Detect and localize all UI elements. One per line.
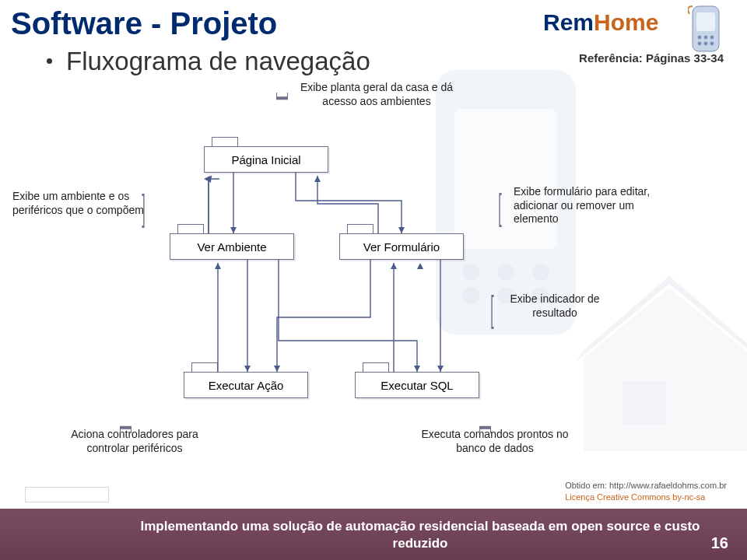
footer-bar: Implementando uma solução de automação r… [0, 509, 747, 560]
brace-icon: [ [498, 186, 501, 228]
node-formulario: Ver Formulário [339, 233, 464, 260]
brace-icon: [ [479, 424, 493, 434]
svg-point-16 [710, 42, 714, 46]
node-ambiente: Ver Ambiente [170, 233, 294, 260]
slide-bullet: Fluxograma de navegação [47, 47, 370, 76]
bullet-dot-icon [47, 58, 52, 64]
svg-point-15 [704, 42, 708, 46]
reference-text: Referência: Páginas 33-34 [579, 51, 724, 65]
slide-title: Software - Projeto [11, 6, 277, 41]
brace-icon: [ [490, 288, 493, 330]
svg-point-3 [497, 264, 514, 281]
svg-rect-1 [454, 109, 557, 249]
annotation-top: Exibe planta geral da casa e dá acesso a… [299, 81, 454, 108]
annotation-left: Exibe um ambiente e os periféricos que o… [12, 190, 145, 217]
annotation-result: Exibe indicador de resultado [504, 292, 605, 320]
svg-point-13 [710, 36, 714, 40]
footer-text: Implementando uma solução de automação r… [0, 509, 747, 552]
svg-point-12 [704, 36, 708, 40]
page-number: 16 [711, 534, 728, 552]
brace-icon: ] [142, 187, 145, 229]
node-sql: Executar SQL [355, 372, 479, 398]
node-tab [212, 137, 238, 146]
node-inicial: Página Inicial [204, 146, 328, 173]
phone-icon [688, 5, 724, 53]
logo-rem: Rem [543, 9, 594, 35]
svg-point-4 [532, 264, 549, 281]
svg-point-14 [698, 42, 702, 46]
logo-home: Home [594, 9, 658, 35]
bullet-text: Fluxograma de navegação [66, 47, 370, 75]
node-tab [347, 224, 374, 233]
credits-license: Licença Creative Commons by-nc-sa [565, 492, 727, 502]
decorative-box [25, 487, 109, 502]
annotation-right: Exibe formulário para editar, adicionar … [514, 185, 669, 226]
credits-obtido: Obtido em: http://www.rafaeldohms.com.br [565, 480, 727, 491]
remhome-logo: RemHome [506, 5, 724, 53]
node-tab [363, 362, 389, 372]
node-acao: Executar Ação [184, 372, 308, 398]
credits: Obtido em: http://www.rafaeldohms.com.br… [565, 480, 727, 502]
svg-point-2 [462, 264, 479, 281]
node-tab [177, 224, 204, 233]
svg-point-11 [698, 36, 702, 40]
annotation-bottom-right: Executa comandos prontos no banco de dad… [417, 428, 573, 455]
brace-icon: [ [274, 93, 289, 103]
brace-icon: [ [119, 424, 134, 434]
annotation-bottom-left: Aciona controladores para controlar peri… [61, 428, 209, 455]
svg-rect-8 [622, 381, 666, 425]
svg-rect-10 [696, 12, 715, 31]
node-tab [191, 362, 218, 372]
svg-point-5 [462, 287, 479, 304]
